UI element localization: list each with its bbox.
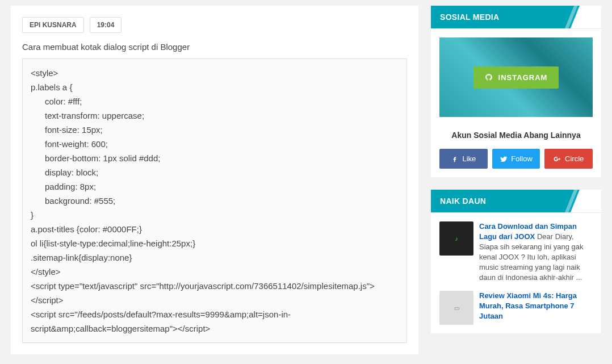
facebook-icon (451, 155, 459, 163)
twitter-icon (500, 155, 508, 163)
googleplus-icon (554, 155, 561, 163)
twitter-label: Follow (511, 154, 533, 163)
post-thumbnail[interactable]: ♪ (439, 221, 473, 256)
googleplus-button[interactable]: Circle (544, 149, 593, 169)
instagram-label: INSTAGRAM (498, 73, 548, 82)
list-item: ♪ Cara Download dan Simpan Lagu dari JOO… (439, 221, 593, 283)
popular-widget: NAIK DAUN ♪ Cara Download dan Simpan Lag… (431, 190, 601, 333)
list-item: ▭ Review Xiaomi Mi 4s: Harga Murah, Rasa… (439, 291, 593, 325)
instagram-button[interactable]: INSTAGRAM (473, 66, 559, 89)
social-widget: SOSIAL MEDIA INSTAGRAM Akun Sosial Media… (431, 6, 601, 177)
social-buttons: Like Follow Circle (439, 149, 593, 169)
post-link[interactable]: Review Xiaomi Mi 4s: Harga Murah, Rasa S… (479, 291, 577, 320)
facebook-button[interactable]: Like (439, 149, 488, 169)
widget-heading-social: SOSIAL MEDIA (431, 6, 601, 29)
widget-heading-popular: NAIK DAUN (431, 190, 601, 213)
post-article: EPI KUSNARA 19:04 Cara membuat kotak dia… (11, 6, 418, 354)
post-meta: EPI KUSNARA 19:04 (22, 17, 407, 33)
code-box: <style> p.labels a { color: #fff; text-t… (22, 58, 407, 343)
facebook-label: Like (462, 154, 476, 163)
author-badge[interactable]: EPI KUSNARA (22, 17, 84, 33)
time-badge[interactable]: 19:04 (90, 17, 122, 33)
popular-list: ♪ Cara Download dan Simpan Lagu dari JOO… (431, 213, 601, 333)
googleplus-label: Circle (565, 154, 584, 163)
twitter-button[interactable]: Follow (492, 149, 540, 169)
instagram-icon (485, 73, 493, 81)
sidebar: SOSIAL MEDIA INSTAGRAM Akun Sosial Media… (431, 6, 601, 333)
post-thumbnail[interactable]: ▭ (439, 291, 473, 325)
social-caption: Akun Sosial Media Abang Lainnya (439, 131, 593, 140)
instagram-banner: INSTAGRAM (439, 37, 593, 117)
post-intro: Cara membuat kotak dialog script di Blog… (22, 42, 407, 52)
